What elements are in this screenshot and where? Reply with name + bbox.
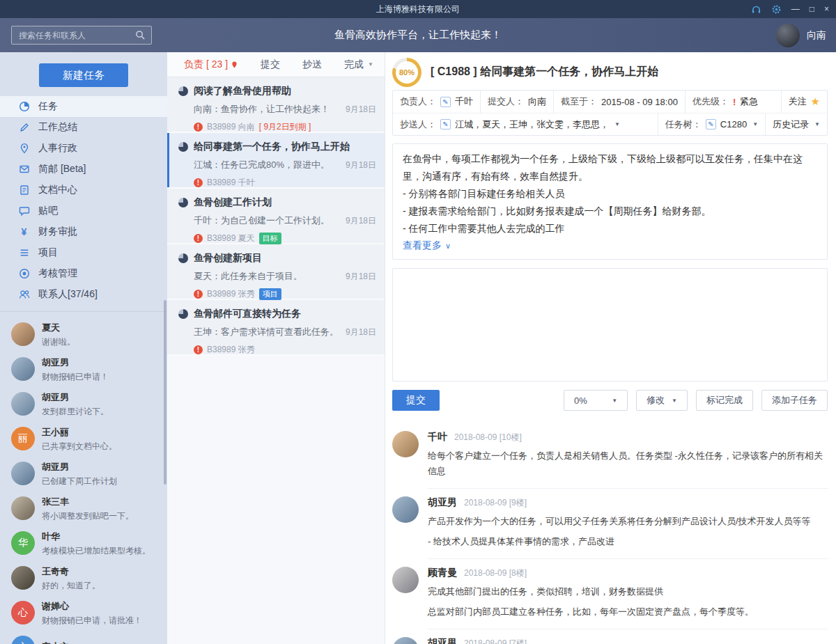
submitter-cell: 提交人： 向南 bbox=[480, 91, 553, 113]
contact-list: 夏天谢谢啦。 胡亚男财物报销已申请！ 胡亚男发到群里讨论下。 丽 王小丽已共享到… bbox=[0, 312, 167, 644]
alert-icon: ! bbox=[194, 234, 203, 243]
contact-message: 财物报销已申请，请批准！ bbox=[42, 615, 142, 627]
modify-dropdown[interactable]: 修改 ▼ bbox=[636, 390, 688, 411]
contact-avatar bbox=[11, 462, 35, 485]
view-more-link[interactable]: 查看更多 ∨ bbox=[403, 239, 451, 252]
caret-down-icon[interactable]: ▼ bbox=[614, 121, 620, 127]
sidebar-item-label: 联系人[37/46] bbox=[38, 288, 98, 301]
comment-avatar bbox=[392, 431, 419, 457]
comment-author: 千叶 bbox=[428, 431, 447, 443]
comment-item: 千叶2018-08-09 [10楼] 给每个客户建立一个任务，负责人是相关销售人… bbox=[392, 423, 828, 489]
edit-icon[interactable]: ✎ bbox=[440, 97, 451, 107]
history-cell[interactable]: 历史记录 ▼ bbox=[765, 113, 827, 135]
priority-cell: 优先级： ! 紧急 bbox=[685, 91, 765, 113]
comment-input-box bbox=[392, 268, 828, 382]
task-list-panel: 负责 [ 23 ] 提交 抄送 完成▼ 阅读了解鱼骨使用帮助 向南：鱼骨协作，让… bbox=[167, 52, 385, 644]
sidebar-scrollbar[interactable] bbox=[164, 300, 167, 485]
app-header: 鱼骨高效协作平台，让工作快起来！ 向南 bbox=[0, 18, 836, 52]
sidebar-item-finance[interactable]: ¥ 财务审批 bbox=[0, 221, 167, 242]
tab-cc[interactable]: 抄送 bbox=[302, 58, 322, 71]
gear-icon[interactable] bbox=[771, 4, 782, 15]
task-badge-goal: 目标 bbox=[259, 233, 281, 244]
comment-avatar bbox=[392, 496, 419, 523]
task-list-item-selected[interactable]: 给同事建第一个任务，协作马上开始 江城：任务已完成80%，跟进中。9月18日 !… bbox=[167, 133, 385, 189]
comment-date: 2018-08-09 [7楼] bbox=[464, 638, 527, 644]
contact-item[interactable]: 夏天谢谢啦。 bbox=[0, 317, 167, 352]
task-list-item[interactable]: 鱼骨创建工作计划 千叶：为自己创建一个工作计划。9月18日 !B38989 夏天… bbox=[167, 189, 385, 244]
sidebar-item-projects[interactable]: 项目 bbox=[0, 242, 167, 263]
edit-icon[interactable]: ✎ bbox=[706, 119, 716, 129]
sidebar-item-assessment[interactable]: 考核管理 bbox=[0, 263, 167, 284]
search-icon[interactable] bbox=[135, 30, 146, 40]
star-icon[interactable]: ★ bbox=[811, 95, 820, 108]
alert-icon: ! bbox=[194, 290, 203, 299]
contact-message: 财物报销已申请！ bbox=[42, 371, 109, 383]
contact-avatar: 丽 bbox=[11, 427, 35, 450]
task-progress-ring: 80% bbox=[392, 58, 421, 87]
task-list-item[interactable]: 阅读了解鱼骨使用帮助 向南：鱼骨协作，让工作快起来！9月18日 !B38989 … bbox=[167, 77, 385, 133]
comment-text: 给每个客户建立一个任务，负责人是相关销售人员。任务类型 -永久性任务，记录该客户… bbox=[428, 448, 828, 479]
contact-name: 胡亚男 bbox=[42, 357, 69, 368]
chevron-down-icon: ∨ bbox=[445, 242, 451, 251]
pie-chart-icon bbox=[18, 101, 30, 112]
comment-item: 顾青曼2018-08-09 [8楼] 完成其他部门提出的任务，类似招聘，培训，财… bbox=[392, 559, 828, 629]
comment-item: 胡亚男2018-08-09 [7楼] 给产品部建任务，提出需要产品支持的工作事项 bbox=[392, 629, 828, 644]
target-icon bbox=[18, 268, 30, 279]
mark-done-button[interactable]: 标记完成 bbox=[696, 390, 753, 411]
sidebar-item-tasks[interactable]: 任务 bbox=[0, 96, 167, 117]
add-subtask-button[interactable]: 添加子任务 bbox=[761, 390, 828, 411]
task-progress-icon bbox=[178, 142, 188, 152]
sidebar-item-hr-admin[interactable]: 人事行政 bbox=[0, 138, 167, 159]
sidebar: 新建任务 任务 工作总结 人事行政 简邮 [Beta] 文档中心 贴吧 ¥ 财务… bbox=[0, 52, 167, 644]
tab-responsible[interactable]: 负责 [ 23 ] bbox=[184, 58, 238, 71]
people-icon bbox=[18, 289, 30, 300]
contact-item[interactable]: 丽 王小丽已共享到文档中心。 bbox=[0, 421, 167, 456]
contact-name: 胡亚男 bbox=[42, 462, 69, 472]
tab-submitted[interactable]: 提交 bbox=[261, 58, 280, 71]
minimize-button[interactable]: — bbox=[791, 5, 800, 13]
follow-cell[interactable]: 关注 ★ bbox=[781, 91, 827, 113]
search-input[interactable] bbox=[17, 30, 135, 41]
contact-message: 已创建下周工作计划 bbox=[42, 476, 117, 487]
cc-value: 江城，夏天，王坤，张文雯，李思思， bbox=[455, 118, 609, 131]
task-info-box: 负责人： ✎ 千叶 提交人： 向南 截至于： 2015-08 - 09 18:0… bbox=[392, 90, 828, 136]
contact-item[interactable]: 心 谢婵心财物报销已申请，请批准！ bbox=[0, 595, 167, 630]
search-box[interactable] bbox=[11, 26, 152, 45]
owner-value: 千叶 bbox=[455, 95, 473, 108]
map-pin-icon bbox=[18, 143, 30, 154]
sidebar-item-label: 人事行政 bbox=[38, 142, 77, 155]
comment-input[interactable] bbox=[393, 269, 827, 381]
sidebar-item-doc-center[interactable]: 文档中心 bbox=[0, 180, 167, 201]
sidebar-item-mail[interactable]: 简邮 [Beta] bbox=[0, 159, 167, 180]
sidebar-item-forum[interactable]: 贴吧 bbox=[0, 201, 167, 221]
sidebar-item-work-summary[interactable]: 工作总结 bbox=[0, 117, 167, 138]
caret-down-icon[interactable]: ▼ bbox=[752, 121, 758, 127]
alert-icon: ! bbox=[194, 123, 203, 132]
contact-name: 王奇奇 bbox=[42, 566, 69, 576]
tab-done[interactable]: 完成▼ bbox=[344, 58, 373, 71]
contact-name: 王小丽 bbox=[42, 427, 69, 437]
contact-item[interactable]: 胡亚男已创建下周工作计划 bbox=[0, 456, 167, 491]
contact-message: 已共享到文档中心。 bbox=[42, 441, 117, 453]
progress-percent-dropdown[interactable]: 0% ▼ bbox=[564, 390, 628, 411]
contact-message: 谢谢啦。 bbox=[42, 336, 75, 348]
headset-icon[interactable] bbox=[751, 4, 761, 15]
close-button[interactable]: × bbox=[824, 5, 829, 13]
task-list-item[interactable]: 鱼骨创建新项目 夏天：此任务来自于项目。9月18日 !B38989 张秀项目 bbox=[167, 244, 385, 300]
description-text: - 任何工作中需要其他人去完成的工作 bbox=[403, 220, 817, 237]
task-list-item[interactable]: 鱼骨邮件可直接转为任务 王坤：客户需求详情可查看此任务。9月18日 !B3898… bbox=[167, 300, 385, 356]
contact-item[interactable]: 王奇奇好的，知道了。 bbox=[0, 560, 167, 595]
user-avatar[interactable] bbox=[776, 24, 800, 47]
maximize-button[interactable]: □ bbox=[810, 5, 814, 13]
contact-item[interactable]: 胡亚男发到群里讨论下。 bbox=[0, 386, 167, 421]
contact-item[interactable]: 华 叶华考核模块已增加结果型考核。 bbox=[0, 526, 167, 560]
new-task-button[interactable]: 新建任务 bbox=[39, 63, 128, 87]
current-user[interactable]: 向南 bbox=[776, 18, 826, 52]
user-name: 向南 bbox=[807, 29, 826, 42]
contact-item[interactable]: 张三丰将小调整发到贴吧一下。 bbox=[0, 491, 167, 526]
submit-button[interactable]: 提交 bbox=[392, 390, 440, 411]
edit-icon[interactable]: ✎ bbox=[440, 119, 451, 129]
contact-item[interactable]: 胡亚男财物报销已申请！ bbox=[0, 352, 167, 386]
sidebar-item-contacts[interactable]: 联系人[37/46] bbox=[0, 284, 167, 305]
contact-item[interactable]: 文 安小文 bbox=[0, 630, 167, 644]
